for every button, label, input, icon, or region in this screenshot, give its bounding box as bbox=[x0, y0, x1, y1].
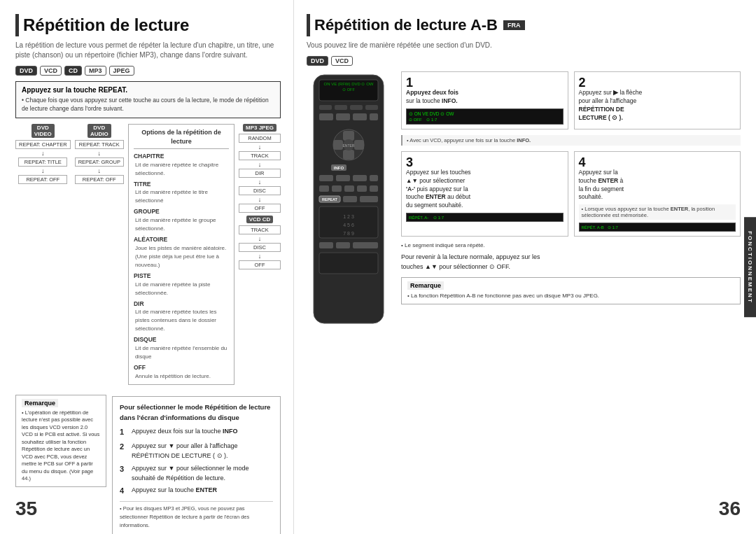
vcd-cd-label: VCD CD bbox=[246, 216, 274, 223]
svg-rect-2 bbox=[319, 105, 332, 110]
step-3-description: Appuyez sur les touches▲▼ pour sélection… bbox=[406, 169, 564, 210]
opt-piste-title: PISTE bbox=[134, 272, 229, 281]
step-1-screen: ⊙ ON VE DVD ⊙ OW ⊙ OFF ⊙ 1:7 bbox=[406, 108, 564, 125]
dvd-video-items: REPEAT: CHAPTER ↓ REPEAT: TITLE ↓ REPEAT… bbox=[15, 140, 71, 184]
fonctionnement-tab: FONCTIONNEMENT bbox=[744, 217, 756, 318]
opt-titre-desc: Lit de manière répétée le titre sélectio… bbox=[135, 188, 229, 205]
opt-chapitre-desc: Lit de manière répétée le chapitre sélec… bbox=[135, 161, 229, 178]
right-subtitle: Vous pouvez lire de manière répétée une … bbox=[307, 41, 741, 50]
steps-col: 1 Appuyez deux foissur la touche INFO. ⊙… bbox=[401, 71, 741, 332]
dvd-video-item-3: REPEAT: OFF bbox=[18, 175, 67, 184]
dvd-audio-item-2: REPEAT: GROUP bbox=[75, 157, 124, 167]
dvd-video-item-1: REPEAT: CHAPTER bbox=[15, 140, 71, 149]
repeat-note: • Le segment indiqué sera répété. bbox=[401, 242, 741, 248]
svg-rect-36 bbox=[319, 242, 333, 248]
svg-rect-25 bbox=[344, 185, 354, 192]
svg-rect-7 bbox=[336, 113, 350, 120]
remote-svg: ENTER INFO REPEAT bbox=[307, 71, 391, 330]
mp3-item-5: OFF bbox=[239, 204, 281, 213]
step-2-box: 2 Appuyez sur ▶ la flèchepour aller à l'… bbox=[574, 71, 741, 129]
step-2-num: 2 bbox=[120, 441, 128, 461]
dvd-video-arrow-1: ↓ bbox=[41, 150, 45, 157]
right-badge-dvd: DVD bbox=[307, 56, 328, 66]
svg-rect-31 bbox=[360, 196, 378, 202]
step-3-number: 3 bbox=[406, 156, 564, 169]
step-4-num: 4 bbox=[120, 485, 128, 498]
instruction-step-3: 3 Appuyez sur ▼ pour sélectionner le mod… bbox=[120, 463, 273, 484]
step-2-description: Appuyez sur ▶ la flèchepour aller à l'af… bbox=[579, 89, 736, 122]
step-3-box: 3 Appuyez sur les touches▲▼ pour sélecti… bbox=[401, 151, 568, 237]
svg-rect-27 bbox=[370, 185, 378, 192]
dvd-audio-item-3: REPEAT: OFF bbox=[75, 175, 124, 184]
badge-vcd: VCD bbox=[40, 66, 62, 76]
options-table-title: Options de la répétition de lecture bbox=[134, 128, 229, 149]
instruction-box: Pour sélectionner le mode Répétition de … bbox=[112, 396, 281, 534]
steps-3-4-row: 3 Appuyez sur les touches▲▼ pour sélecti… bbox=[401, 151, 741, 237]
mp3-item-4: DISC bbox=[239, 186, 281, 195]
svg-text:4  5  6: 4 5 6 bbox=[343, 223, 354, 227]
svg-rect-13 bbox=[333, 140, 343, 150]
right-format-badges: DVD VCD bbox=[307, 56, 741, 66]
svg-rect-23 bbox=[319, 185, 329, 192]
mp3-jpeg-label: MP3 JPEG bbox=[243, 124, 276, 132]
dvd-audio-diagram: DVDAUDIO REPEAT: TRACK ↓ REPEAT: GROUP ↓… bbox=[75, 124, 124, 385]
left-subtitle: La répétition de lecture vous permet de … bbox=[15, 41, 281, 60]
svg-rect-9 bbox=[370, 113, 378, 120]
svg-rect-6 bbox=[319, 113, 333, 120]
step-4-box: 4 Appuyez sur latouche ENTER àla fin du … bbox=[574, 151, 741, 237]
svg-text:ON VE (RFW) DVD ⊙ OW: ON VE (RFW) DVD ⊙ OW bbox=[324, 82, 374, 86]
right-page-title: Répétition de lecture A-B bbox=[314, 16, 498, 34]
opt-disque-desc: Lit de manière répétée l'ensemble du dis… bbox=[135, 344, 229, 361]
mp3-arrow-3: ↓ bbox=[258, 178, 262, 185]
step-1-description: Appuyez deux foissur la touche INFO. bbox=[406, 89, 564, 106]
svg-rect-11 bbox=[343, 131, 354, 141]
opt-disque: DISQUE Lit de manière répétée l'ensemble… bbox=[134, 335, 229, 361]
remarque-box: Remarque • L'opération de répétition de … bbox=[15, 395, 106, 487]
vcd-cd-items: TRACK ↓ DISC ↓ OFF bbox=[239, 225, 281, 269]
opt-groupe: GROUPE Lit de manière répétée le groupe … bbox=[134, 207, 229, 233]
opt-aleatoire: ALÉATOIRE Joue les pistes de manière alé… bbox=[134, 235, 229, 269]
svg-rect-20 bbox=[336, 175, 350, 181]
mp3-jpeg-items: RANDOM ↓ TRACK ↓ DIR ↓ DISC ↓ OFF bbox=[239, 134, 281, 213]
steps-1-2-row: 1 Appuyez deux foissur la touche INFO. ⊙… bbox=[401, 71, 741, 129]
badge-mp3: MP3 bbox=[85, 66, 106, 76]
opt-dir-desc: Lit de manière répétée toutes les pistes… bbox=[135, 308, 229, 333]
step-2-number: 2 bbox=[579, 76, 736, 89]
svg-rect-14 bbox=[354, 140, 364, 150]
dvd-audio-arrow-2: ↓ bbox=[98, 167, 102, 174]
opt-off-desc: Annule la répétition de lecture. bbox=[135, 372, 229, 381]
svg-rect-38 bbox=[353, 242, 378, 248]
left-page: Répétition de lecture La répétition de l… bbox=[0, 0, 294, 534]
step-4-text: Appuyez sur la touche ENTER bbox=[132, 485, 217, 498]
step-4-note: • Lorsque vous appuyez sur la touche ENT… bbox=[579, 204, 736, 220]
step-4-number: 4 bbox=[579, 156, 736, 169]
step-3-text: Appuyez sur ▼ pour sélectionner le mode … bbox=[132, 463, 273, 484]
svg-rect-5 bbox=[365, 105, 378, 110]
step-1-box: 1 Appuyez deux foissur la touche INFO. ⊙… bbox=[401, 71, 568, 129]
svg-rect-22 bbox=[370, 175, 378, 181]
dvd-audio-items: REPEAT: TRACK ↓ REPEAT: GROUP ↓ REPEAT: … bbox=[75, 140, 124, 184]
step-1-vcd-note: • Avec un VCD, appuyez une fois sur la t… bbox=[401, 135, 741, 146]
right-badge-vcd: VCD bbox=[331, 56, 353, 66]
step-4-screen: RÉPÉT. A-B ⊙ 1:7 bbox=[579, 223, 736, 232]
badge-cd: CD bbox=[64, 66, 82, 76]
remarque-text: • L'opération de répétition de lecture n… bbox=[22, 409, 100, 483]
options-table: Options de la répétition de lecture CHAP… bbox=[128, 124, 234, 385]
vcd-item-2: DISC bbox=[239, 243, 281, 252]
instruction-step-2: 2 Appuyez sur ▼ pour aller à l'affichage… bbox=[120, 441, 273, 461]
opt-dir-title: DIR bbox=[134, 300, 229, 309]
instruction-title: Pour sélectionner le mode Répétition de … bbox=[120, 402, 273, 423]
opt-piste-desc: Lit de manière répétée la piste sélectio… bbox=[135, 281, 229, 297]
dvd-audio-label: DVDAUDIO bbox=[88, 124, 111, 138]
right-remarque-title: Remarque bbox=[407, 281, 444, 290]
vcd-item-3: OFF bbox=[239, 260, 281, 269]
svg-rect-19 bbox=[319, 175, 333, 181]
opt-off: OFF Annule la répétition de lecture. bbox=[134, 363, 229, 381]
vcd-cd-diagram: VCD CD TRACK ↓ DISC ↓ OFF bbox=[239, 216, 281, 269]
right-remarque-box: Remarque • La fonction Répétition A-B ne… bbox=[401, 277, 741, 304]
mp3-arrow-2: ↓ bbox=[258, 161, 262, 168]
svg-rect-24 bbox=[332, 185, 342, 192]
mp3-item-1: RANDOM bbox=[239, 134, 281, 143]
opt-chapitre: CHAPITRE Lit de manière répétée le chapi… bbox=[134, 152, 229, 178]
svg-rect-3 bbox=[335, 105, 347, 110]
